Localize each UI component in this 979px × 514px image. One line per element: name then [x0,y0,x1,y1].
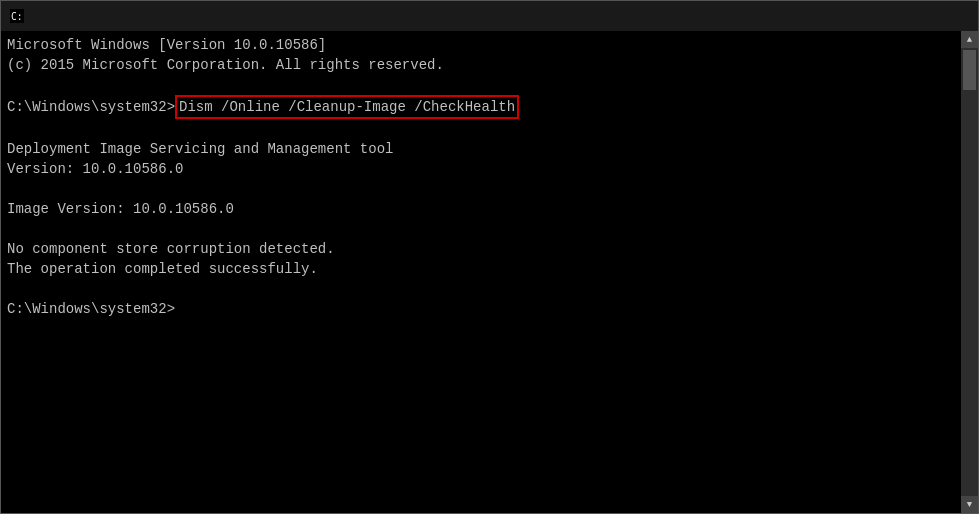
terminal-line: No component store corruption detected. [7,239,955,259]
terminal-line: Image Version: 10.0.10586.0 [7,199,955,219]
terminal-line: Version: 10.0.10586.0 [7,159,955,179]
empty-line [7,76,955,96]
prompt: C:\Windows\system32> [7,97,175,117]
close-button[interactable] [924,1,970,31]
empty-line [7,220,955,240]
terminal-line: The operation completed successfully. [7,259,955,279]
empty-line [7,180,955,200]
empty-line [7,119,955,139]
empty-line [7,280,955,300]
minimize-button[interactable] [832,1,878,31]
terminal-body[interactable]: Microsoft Windows [Version 10.0.10586](c… [1,31,961,513]
scroll-down-arrow[interactable]: ▼ [961,496,978,513]
title-bar: C: [1,1,978,31]
scroll-up-arrow[interactable]: ▲ [961,31,978,48]
highlighted-command: Dism /Online /Cleanup-Image /CheckHealth [175,95,519,119]
command-line: C:\Windows\system32>Dism /Online /Cleanu… [7,95,955,119]
scrollbar[interactable]: ▲ ▼ [961,31,978,513]
window: C: Microsoft Windows [Version 10.0.10586… [0,0,979,514]
terminal-wrapper: Microsoft Windows [Version 10.0.10586](c… [1,31,978,513]
terminal-line: Deployment Image Servicing and Managemen… [7,139,955,159]
terminal-line: Microsoft Windows [Version 10.0.10586] [7,35,955,55]
terminal-line: (c) 2015 Microsoft Corporation. All righ… [7,55,955,75]
prompt-line: C:\Windows\system32> [7,299,955,319]
scrollbar-thumb[interactable] [963,50,976,90]
maximize-button[interactable] [878,1,924,31]
svg-text:C:: C: [11,11,23,22]
cmd-icon: C: [9,8,25,24]
window-controls [832,1,970,31]
